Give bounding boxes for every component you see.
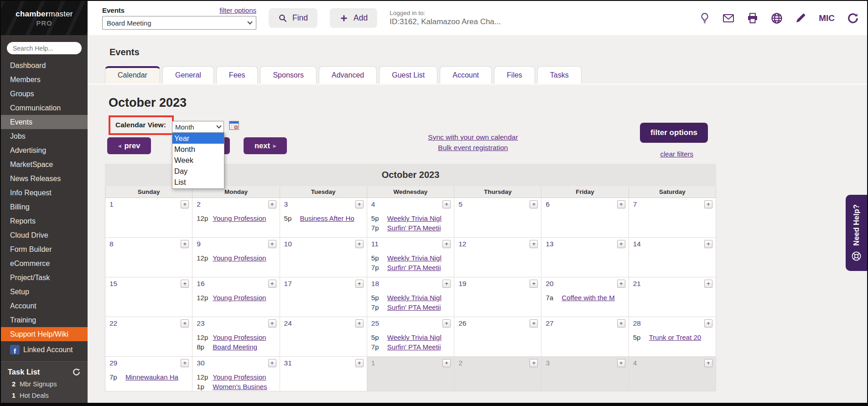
sidebar-item-advertising[interactable]: Advertising [1,143,88,157]
add-event-button[interactable]: + [181,200,189,208]
search-help-input[interactable] [7,42,82,54]
tab-tasks[interactable]: Tasks [537,66,582,83]
tab-calendar[interactable]: Calendar [105,66,160,83]
topbar-filter-options-link[interactable]: filter options [219,6,256,14]
sidebar-item-reports[interactable]: Reports [1,214,88,228]
add-event-button[interactable]: + [530,240,538,248]
sidebar-item-training[interactable]: Training [1,313,88,327]
sidebar-item-jobs[interactable]: Jobs [1,129,88,143]
sidebar-item-groups[interactable]: Groups [1,87,88,101]
add-button[interactable]: Add [330,8,377,28]
event-link[interactable]: Minnewaukan Ha [125,372,192,382]
tab-account[interactable]: Account [440,66,492,83]
sidebar-item-members[interactable]: Members [1,73,88,87]
add-event-button[interactable]: + [181,319,189,328]
need-help-tab[interactable]: Need Help? [846,195,867,271]
tab-sponsors[interactable]: Sponsors [260,66,317,83]
event-link[interactable]: Young Profession [213,293,279,302]
sidebar-item-dashboard[interactable]: Dashboard [1,58,88,73]
event-link[interactable]: Women's Busines [213,382,279,391]
event-link[interactable]: Young Profession [213,333,279,342]
sidebar-item-news-releases[interactable]: News Releases [1,172,88,186]
date-picker-icon[interactable] [229,121,239,130]
event-link[interactable]: Surfin' PTA Meetii [387,342,454,352]
sidebar-item-ecommerce[interactable]: eCommerce [1,256,88,271]
add-event-button[interactable]: + [355,240,364,248]
tab-general[interactable]: General [162,66,214,83]
sidebar-item-cloud-drive[interactable]: Cloud Drive [1,228,88,242]
event-link[interactable]: Weekly Trivia Nigl [387,333,454,342]
sidebar-item-project-task[interactable]: Project/Task [1,271,88,285]
add-event-button[interactable]: + [355,359,364,367]
add-event-button[interactable]: + [268,319,276,328]
sidebar-item-linked-account[interactable]: fLinked Account [1,341,88,358]
add-event-button[interactable]: + [442,200,451,208]
sidebar-item-setup[interactable]: Setup [1,285,88,299]
tab-guest-list[interactable]: Guest List [379,66,437,83]
sidebar-item-support-help-wiki[interactable]: Support Help/Wiki [1,327,88,341]
sidebar-item-form-builder[interactable]: Form Builder [1,242,88,256]
event-link[interactable]: Young Profession [213,253,279,263]
event-link[interactable]: Trunk or Treat 20 [649,333,716,342]
view-option-day[interactable]: Day [172,166,224,177]
add-event-button[interactable]: + [442,359,451,367]
add-event-button[interactable]: + [530,319,538,328]
calendar-view-select[interactable]: Month [172,121,224,133]
filter-options-button[interactable]: filter options [640,123,708,143]
add-event-button[interactable]: + [617,359,625,367]
clear-filters-link[interactable]: clear filters [660,150,693,158]
add-event-button[interactable]: + [704,280,712,288]
sidebar-item-billing[interactable]: Billing [1,200,88,214]
add-event-button[interactable]: + [704,240,712,248]
lightbulb-icon[interactable] [699,12,710,24]
add-event-button[interactable]: + [530,200,538,208]
bulk-registration-link[interactable]: Bulk event registration [438,144,508,151]
event-link[interactable]: Surfin' PTA Meetii [387,302,454,312]
add-event-button[interactable]: + [268,359,276,367]
add-event-button[interactable]: + [442,240,451,248]
add-event-button[interactable]: + [268,200,276,208]
sync-calendar-link[interactable]: Sync with your own calendar [428,133,518,141]
event-link[interactable]: Weekly Trivia Nigl [387,293,454,302]
add-event-button[interactable]: + [704,200,712,208]
find-button[interactable]: Find [269,8,317,28]
event-link[interactable]: Surfin' PTA Meetii [387,263,454,272]
add-event-button[interactable]: + [268,280,276,288]
event-link[interactable]: Business After Ho [300,213,367,223]
tab-files[interactable]: Files [494,66,535,83]
add-event-button[interactable]: + [530,359,538,367]
sidebar-item-marketspace[interactable]: MarketSpace [1,157,88,172]
sidebar-item-info-request[interactable]: Info Request [1,186,88,200]
add-event-button[interactable]: + [617,319,625,328]
event-link[interactable]: Surfin' PTA Meetii [387,223,454,233]
sidebar-item-communication[interactable]: Communication [1,101,88,115]
view-option-week[interactable]: Week [172,155,224,166]
globe-icon[interactable] [771,12,783,24]
view-option-month[interactable]: Month [172,144,224,155]
add-event-button[interactable]: + [268,240,276,248]
add-event-button[interactable]: + [442,319,451,328]
add-event-button[interactable]: + [442,280,451,288]
view-option-list[interactable]: List [172,177,224,187]
event-link[interactable]: Coffee with the M [561,293,628,302]
add-event-button[interactable]: + [181,280,189,288]
add-event-button[interactable]: + [704,319,712,328]
pencil-icon[interactable] [795,12,806,24]
add-event-button[interactable]: + [181,240,189,248]
event-link[interactable]: Young Profession [213,213,279,223]
add-event-button[interactable]: + [617,280,625,288]
add-event-button[interactable]: + [617,200,625,208]
add-event-button[interactable]: + [617,240,625,248]
event-link[interactable]: Weekly Trivia Nigl [387,253,454,263]
task-list-item[interactable]: 2Mbr Signups [8,380,81,388]
add-event-button[interactable]: + [704,359,712,367]
prev-button[interactable]: ◂ prev [107,137,151,154]
mic-menu[interactable]: MIC [819,13,835,23]
printer-icon[interactable] [747,12,759,24]
add-event-button[interactable]: + [355,280,364,288]
add-event-button[interactable]: + [530,280,538,288]
view-option-year[interactable]: Year [172,133,224,144]
refresh-icon[interactable] [847,12,859,24]
add-event-button[interactable]: + [355,200,364,208]
event-link[interactable]: Young Profession [213,372,279,382]
